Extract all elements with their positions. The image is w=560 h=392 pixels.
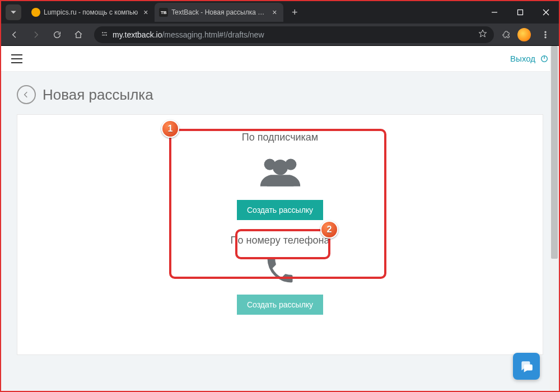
maximize-button[interactable] [507, 1, 533, 24]
chat-widget-button[interactable] [513, 353, 540, 380]
scrollbar-thumb[interactable] [551, 46, 558, 259]
svg-point-4 [102, 32, 103, 33]
page-viewport: Выход Новая рассылка По подписчикам Созд… [1, 46, 559, 391]
avatar-icon [517, 28, 531, 41]
create-broadcast-phone-button[interactable]: Создать рассылку [237, 295, 323, 315]
window-titlebar: Lumpics.ru - помощь с компью × TB TextBa… [1, 1, 559, 24]
option-title: По подписчикам [242, 132, 319, 143]
back-button[interactable] [6, 26, 24, 44]
phone-icon [263, 253, 297, 289]
address-bar[interactable]: my.textback.io/messaging.html#!/drafts/n… [94, 26, 494, 43]
users-icon [256, 150, 304, 194]
browser-tab-2[interactable]: TB TextBack - Новая рассылка Tex × [155, 3, 283, 22]
favicon-icon [31, 8, 40, 17]
close-window-button[interactable] [533, 1, 559, 24]
svg-marker-8 [479, 30, 486, 37]
menu-toggle-button[interactable] [11, 54, 22, 63]
svg-point-9 [545, 31, 546, 32]
option-phone: По номеру телефона Создать рассылку [29, 235, 531, 315]
tabs-search-button[interactable] [6, 4, 21, 20]
page-header: Новая рассылка [1, 72, 559, 114]
url-domain: my.textback.io [113, 30, 162, 39]
profile-button[interactable] [515, 26, 533, 44]
close-tab-icon[interactable]: × [141, 8, 150, 17]
url-path: /messaging.html#!/drafts/new [162, 30, 264, 39]
browser-tab-1[interactable]: Lumpics.ru - помощь с компью × [27, 3, 155, 22]
option-subscribers: По подписчикам Создать рассылку [29, 132, 531, 220]
forward-button[interactable] [27, 26, 45, 44]
logout-label: Выход [510, 54, 535, 63]
reload-button[interactable] [48, 26, 66, 44]
power-icon [540, 54, 549, 63]
tab-strip: Lumpics.ru - помощь с компью × TB TextBa… [1, 1, 302, 24]
tab-label: Lumpics.ru - помощь с компью [44, 8, 138, 16]
home-button[interactable] [69, 26, 87, 44]
content-card: По подписчикам Создать рассылку По номер… [17, 114, 543, 355]
svg-point-11 [545, 36, 546, 38]
new-tab-button[interactable]: + [287, 4, 302, 20]
svg-point-10 [545, 34, 546, 35]
favicon-icon: TB [159, 8, 168, 17]
logout-link[interactable]: Выход [510, 54, 549, 63]
svg-point-16 [272, 160, 287, 175]
close-tab-icon[interactable]: × [270, 8, 279, 17]
extensions-icon[interactable] [501, 29, 512, 40]
menu-button[interactable] [536, 26, 554, 44]
option-title: По номеру телефона [231, 235, 330, 246]
app-header: Выход [1, 46, 559, 72]
url-text: my.textback.io/messaging.html#!/drafts/n… [113, 30, 474, 39]
create-broadcast-button[interactable]: Создать рассылку [237, 200, 323, 220]
window-controls [482, 1, 559, 24]
back-circle-button[interactable] [17, 85, 36, 104]
site-settings-icon[interactable] [101, 30, 108, 39]
svg-rect-1 [518, 10, 523, 15]
page-title: Новая рассылка [43, 86, 153, 104]
bookmark-icon[interactable] [478, 29, 487, 40]
vertical-scrollbar[interactable] [550, 46, 559, 391]
tab-label: TextBack - Новая рассылка Tex [171, 8, 267, 16]
svg-point-6 [106, 34, 107, 35]
browser-toolbar: my.textback.io/messaging.html#!/drafts/n… [1, 24, 559, 46]
minimize-button[interactable] [482, 1, 507, 24]
